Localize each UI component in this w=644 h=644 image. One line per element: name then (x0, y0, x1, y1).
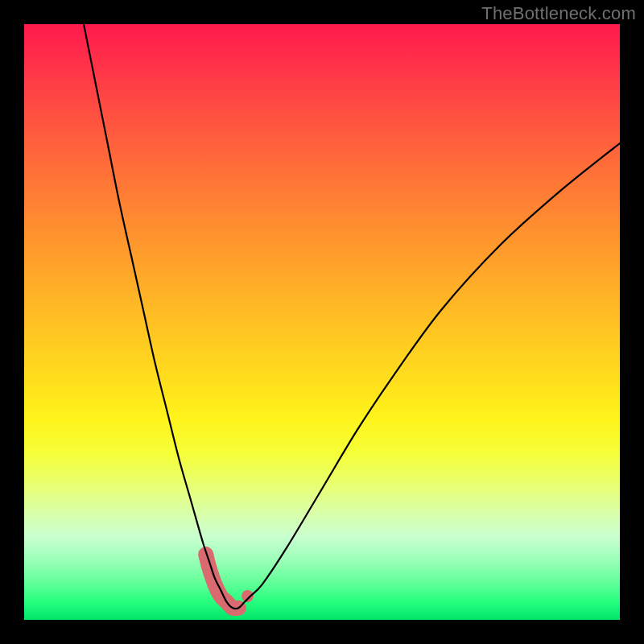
watermark-text: TheBottleneck.com (481, 3, 636, 24)
chart-frame: TheBottleneck.com (0, 0, 644, 644)
highlight-band-path (206, 555, 239, 609)
chart-svg (24, 24, 620, 620)
bottleneck-curve-path (84, 24, 620, 609)
plot-area (24, 24, 620, 620)
